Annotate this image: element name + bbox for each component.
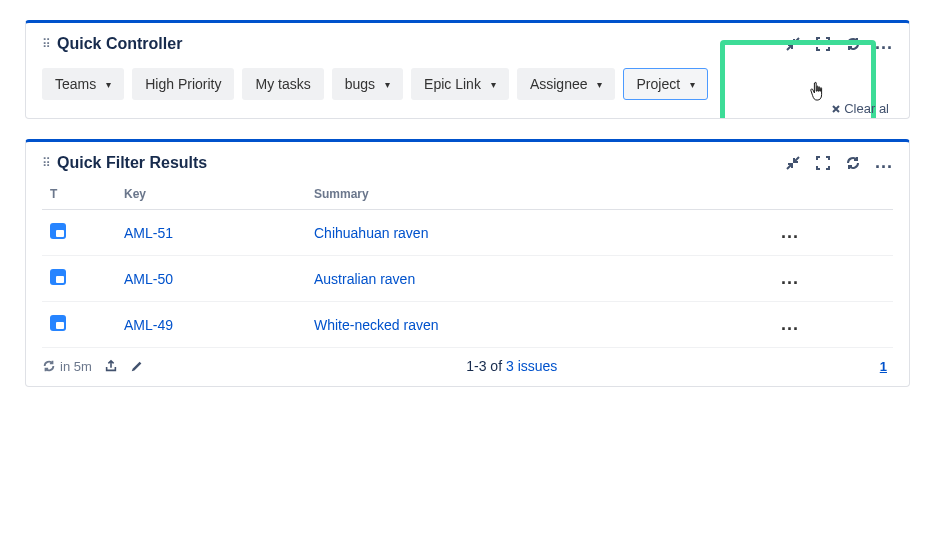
fullscreen-icon[interactable] bbox=[815, 155, 831, 171]
share-icon[interactable] bbox=[104, 359, 118, 373]
panel-actions: ... bbox=[785, 152, 893, 173]
filter-label: Epic Link bbox=[424, 76, 481, 92]
quick-controller-panel: ⠿ Quick Controller ... bbox=[25, 20, 910, 119]
footer-left: in 5m bbox=[42, 359, 144, 374]
issue-key-link[interactable]: AML-50 bbox=[124, 271, 173, 287]
filter-label: High Priority bbox=[145, 76, 221, 92]
filter-label: Teams bbox=[55, 76, 96, 92]
row-actions-icon[interactable]: ... bbox=[773, 210, 893, 256]
row-actions-icon[interactable]: ... bbox=[773, 256, 893, 302]
refresh-icon[interactable] bbox=[845, 36, 861, 52]
page-number[interactable]: 1 bbox=[880, 359, 893, 374]
filter-label: bugs bbox=[345, 76, 375, 92]
clear-all-label: Clear al bbox=[844, 101, 889, 116]
edit-icon[interactable] bbox=[130, 359, 144, 373]
issue-key-link[interactable]: AML-51 bbox=[124, 225, 173, 241]
chevron-down-icon: ▾ bbox=[491, 79, 496, 90]
drag-handle-icon[interactable]: ⠿ bbox=[42, 156, 49, 170]
issue-type-icon bbox=[50, 223, 66, 239]
filter-teams[interactable]: Teams ▾ bbox=[42, 68, 124, 100]
table-row: AML-51 Chihuahuan raven ... bbox=[42, 210, 893, 256]
clear-all-link[interactable]: Clear al bbox=[830, 101, 889, 116]
row-actions-icon[interactable]: ... bbox=[773, 302, 893, 348]
range-text: 1-3 of bbox=[466, 358, 506, 374]
table-row: AML-50 Australian raven ... bbox=[42, 256, 893, 302]
panel-title: Quick Filter Results bbox=[57, 154, 785, 172]
results-body: T Key Summary AML-51 Chihuahuan raven ..… bbox=[26, 177, 909, 348]
more-icon[interactable]: ... bbox=[875, 152, 893, 173]
panel-title: Quick Controller bbox=[57, 35, 785, 53]
chevron-down-icon: ▾ bbox=[106, 79, 111, 90]
refresh-interval: in 5m bbox=[60, 359, 92, 374]
col-summary[interactable]: Summary bbox=[306, 177, 773, 210]
fullscreen-icon[interactable] bbox=[815, 36, 831, 52]
filter-project[interactable]: Project ▾ bbox=[623, 68, 708, 100]
panel-header: ⠿ Quick Filter Results ... bbox=[26, 142, 909, 173]
results-table: T Key Summary AML-51 Chihuahuan raven ..… bbox=[42, 177, 893, 348]
col-key[interactable]: Key bbox=[116, 177, 306, 210]
auto-refresh-icon[interactable]: in 5m bbox=[42, 359, 92, 374]
more-icon[interactable]: ... bbox=[875, 33, 893, 54]
chevron-down-icon: ▾ bbox=[597, 79, 602, 90]
pointer-cursor-icon bbox=[809, 81, 827, 103]
filter-my-tasks[interactable]: My tasks bbox=[242, 68, 323, 100]
filter-assignee[interactable]: Assignee ▾ bbox=[517, 68, 616, 100]
filter-epic-link[interactable]: Epic Link ▾ bbox=[411, 68, 509, 100]
table-header-row: T Key Summary bbox=[42, 177, 893, 210]
chevron-down-icon: ▾ bbox=[690, 79, 695, 90]
panel-footer: in 5m 1-3 of 3 issues 1 bbox=[26, 348, 909, 386]
quick-filter-results-panel: ⠿ Quick Filter Results ... bbox=[25, 139, 910, 387]
minimize-icon[interactable] bbox=[785, 155, 801, 171]
filter-label: Project bbox=[636, 76, 680, 92]
filter-bar: Teams ▾ High Priority My tasks bugs ▾ Ep… bbox=[26, 54, 909, 118]
pagination-summary: 1-3 of 3 issues bbox=[156, 358, 868, 374]
issue-type-icon bbox=[50, 315, 66, 331]
panel-actions: ... bbox=[785, 33, 893, 54]
panel-header: ⠿ Quick Controller ... bbox=[26, 23, 909, 54]
total-issues-link[interactable]: 3 issues bbox=[506, 358, 557, 374]
filter-label: My tasks bbox=[255, 76, 310, 92]
issue-key-link[interactable]: AML-49 bbox=[124, 317, 173, 333]
chevron-down-icon: ▾ bbox=[385, 79, 390, 90]
filter-bugs[interactable]: bugs ▾ bbox=[332, 68, 403, 100]
issue-type-icon bbox=[50, 269, 66, 285]
filter-high-priority[interactable]: High Priority bbox=[132, 68, 234, 100]
filter-label: Assignee bbox=[530, 76, 588, 92]
issue-summary-link[interactable]: Australian raven bbox=[314, 271, 415, 287]
minimize-icon[interactable] bbox=[785, 36, 801, 52]
issue-summary-link[interactable]: Chihuahuan raven bbox=[314, 225, 428, 241]
issue-summary-link[interactable]: White-necked raven bbox=[314, 317, 439, 333]
table-row: AML-49 White-necked raven ... bbox=[42, 302, 893, 348]
col-type[interactable]: T bbox=[42, 177, 116, 210]
refresh-icon[interactable] bbox=[845, 155, 861, 171]
drag-handle-icon[interactable]: ⠿ bbox=[42, 37, 49, 51]
